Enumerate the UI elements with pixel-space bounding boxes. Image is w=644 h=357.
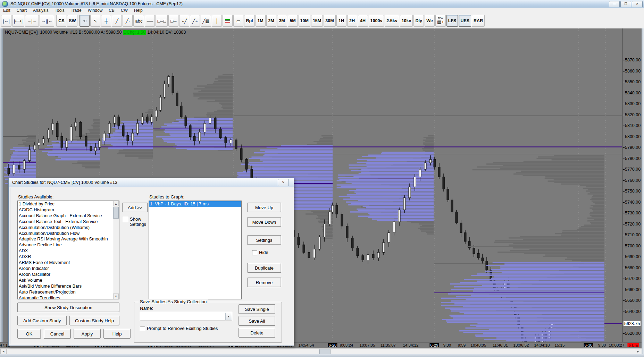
close-button[interactable]: ✕ (632, 1, 643, 7)
studies-to-graph-list[interactable]: 1: VbP - 1 Days. ID: 15 | 7 ms (149, 201, 242, 299)
timeframe-dly-button[interactable]: Dly (413, 15, 424, 27)
prompt-remove-checkbox[interactable]: Prompt to Remove Existing Studies (140, 326, 218, 331)
minimize-button[interactable]: — (609, 1, 620, 7)
calculator-line-tool-button[interactable]: ╱▦ (201, 15, 211, 27)
timeframe-2h-button[interactable]: 2H (347, 15, 357, 27)
timeframe-4h-button[interactable]: 4H (358, 15, 368, 27)
study-list-item[interactable]: 1 Divided by Price (19, 201, 119, 207)
study-list-item[interactable]: Ask/Bid Volume Difference Bars (19, 283, 119, 289)
menu-cw[interactable]: CW (118, 8, 131, 13)
timeframe-30m-button[interactable]: 30M (324, 15, 335, 27)
menu-cb[interactable]: CB (106, 8, 118, 13)
study-list-item[interactable]: Aroon Oscillator (19, 272, 119, 278)
title-bar[interactable]: SC NQU7-CME [CV] 10000 Volume #13 L:6 E-… (0, 0, 644, 8)
graphed-study-item[interactable]: 1: VbP - 1 Days. ID: 15 | 7 ms (149, 201, 241, 207)
timeframe-we-button[interactable]: We (425, 15, 435, 27)
dialog-title-bar[interactable]: Chart Studies for: NQU7-CME [CV] 10000 V… (9, 178, 294, 187)
checkbox-box[interactable] (252, 250, 257, 255)
study-list-item[interactable]: Adaptive RSI Moving Average With Smoothi… (19, 236, 119, 242)
horizontal-ray-tool-button[interactable]: □─□ (156, 15, 168, 27)
menu-chart[interactable]: Chart (14, 8, 30, 13)
expand-bars-icon[interactable]: →||← (40, 15, 55, 27)
save-all-button[interactable]: Save All (239, 316, 275, 326)
remove-button[interactable]: Remove (247, 278, 281, 287)
toolbar-rar-button[interactable]: RAR (472, 15, 485, 27)
settings-button[interactable]: Settings (247, 235, 281, 245)
zigzag2-tool-button[interactable]: ╱⌁ (190, 15, 200, 27)
menu-analysis[interactable]: Analysis (30, 8, 52, 13)
study-list-item[interactable]: Advance Decline Line (19, 242, 119, 248)
show-study-description-button[interactable]: Show Study Description (17, 303, 119, 312)
study-list-item[interactable]: AC/DC Histogram (19, 207, 119, 213)
price-axis[interactable]: 5590.005600.005610.005620.005640.005650.… (622, 28, 642, 342)
toolbar-ues-button[interactable]: UES (459, 15, 471, 27)
timeframe-3m-button[interactable]: 3M (277, 15, 287, 27)
hand-tool-button[interactable]: ☜ (80, 15, 90, 27)
text-tool-button[interactable]: abc (133, 15, 144, 27)
ray-tool-button[interactable]: ╱· (123, 15, 133, 27)
timeframe-1h-button[interactable]: 1H (336, 15, 346, 27)
crosshair-tool-button[interactable]: ┼ (101, 15, 111, 27)
timeframe-10m-button[interactable]: 10M (299, 15, 310, 27)
toolbar-sw-button[interactable]: SW (67, 15, 77, 27)
maximize-button[interactable]: ❐ (620, 1, 631, 7)
vertical-line-tool-button[interactable]: │ (212, 15, 222, 27)
bar-spacing-increase-icon[interactable]: |⟷| (12, 15, 24, 27)
menu-tools[interactable]: Tools (52, 8, 68, 13)
extended-line-tool-button[interactable]: □─ (168, 15, 178, 27)
study-list-item[interactable]: Account Balance Graph - External Service (19, 213, 119, 219)
checkbox-box[interactable] (140, 326, 145, 331)
squeeze-bars-icon[interactable]: →|← (25, 15, 39, 27)
toolbar-cs-button[interactable]: CS (56, 15, 66, 27)
zigzag-tool-button[interactable]: ⌁╱ (179, 15, 189, 27)
hide-checkbox[interactable]: Hide (252, 250, 268, 255)
help-button[interactable]: Help (103, 329, 131, 339)
apply-button[interactable]: Apply (74, 329, 101, 339)
timeframe-2m-button[interactable]: 2M (266, 15, 276, 27)
timeframe-1000v-button[interactable]: 1000v (369, 15, 384, 27)
timeframe-2.5kv-button[interactable]: 2.5kv (385, 15, 399, 27)
study-list-item[interactable]: Accumulation/Distribution Flow (19, 231, 119, 237)
checkbox-box[interactable] (123, 217, 128, 222)
study-list-item[interactable]: Ask Volume (19, 278, 119, 283)
timeframe-15m-button[interactable]: 15M (311, 15, 323, 27)
dialog-close-icon[interactable]: ✕ (278, 179, 289, 186)
chevron-down-icon[interactable]: ▼ (225, 313, 232, 320)
add-custom-study-button[interactable]: Add Custom Study (17, 316, 67, 325)
list-scrollbar[interactable]: ▲ ▼ (113, 201, 119, 299)
horizontal-line-tool-button[interactable]: ── (145, 15, 155, 27)
study-list-item[interactable]: Accumulation/Distribution (Williams) (19, 225, 119, 231)
collection-name-combobox[interactable]: ▼ (140, 312, 232, 321)
scroll-thumb[interactable] (113, 207, 119, 219)
scroll-up-icon[interactable]: ▲ (113, 201, 119, 206)
study-list-item[interactable]: Auto Retracement/Projection (19, 289, 119, 295)
pointer-tool-button[interactable]: ↖ (90, 15, 100, 27)
ok-button[interactable]: OK (17, 329, 41, 339)
study-price-lines-button[interactable] (223, 15, 233, 27)
study-list-item[interactable]: Automatic Trendlines (19, 295, 119, 300)
toolbar-lfs-button[interactable]: LFS (446, 15, 458, 27)
menu-trade[interactable]: Trade (68, 8, 85, 13)
rectangle-tool-button[interactable]: ▭ (233, 15, 243, 27)
studies-available-list[interactable]: 1 Divided by PriceAC/DC HistogramAccount… (17, 201, 119, 299)
menu-window[interactable]: Window (85, 8, 106, 13)
tpw-grid-button[interactable]: TPW▦+ (435, 15, 446, 27)
replay-button[interactable]: Rpl (244, 15, 254, 27)
move-up-button[interactable]: Move Up (247, 203, 281, 212)
add-button[interactable]: Add >> (122, 203, 148, 212)
cancel-button[interactable]: Cancel (44, 329, 71, 339)
scroll-down-icon[interactable]: ▼ (113, 294, 119, 299)
study-list-item[interactable]: ARMS Ease of Movement (19, 260, 119, 266)
timeframe-1m-button[interactable]: 1M (256, 15, 266, 27)
bar-spacing-decrease-icon[interactable]: |↔| (1, 15, 11, 27)
study-list-item[interactable]: Aroon Indicator (19, 266, 119, 272)
horizontal-scrollbar[interactable]: ◄ ► (0, 348, 642, 355)
study-list-item[interactable]: Account Balance Text - External Service (19, 219, 119, 225)
study-list-item[interactable]: ADXR (19, 254, 119, 260)
timeframe-5m-button[interactable]: 5M (288, 15, 298, 27)
duplicate-button[interactable]: Duplicate (247, 263, 281, 273)
custom-study-help-button[interactable]: Custom Study Help (69, 316, 119, 325)
move-down-button[interactable]: Move Down (247, 217, 281, 227)
show-settings-checkbox[interactable]: Show Settings (123, 216, 151, 227)
menu-help[interactable]: Help (131, 8, 146, 13)
